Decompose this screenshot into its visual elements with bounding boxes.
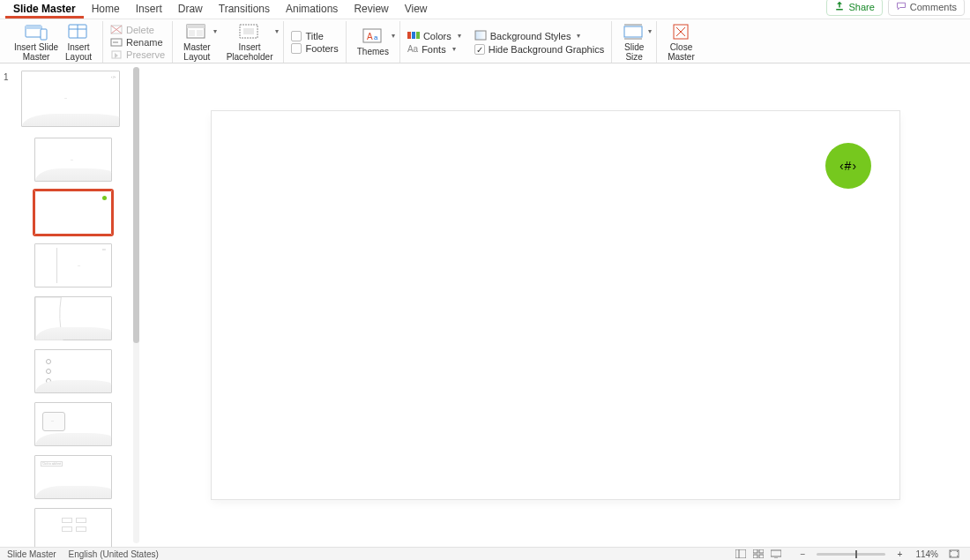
checkbox-checked-icon <box>474 44 485 55</box>
checkbox-icon <box>291 43 302 54</box>
preserve-button[interactable]: Preserve <box>110 49 165 61</box>
hide-background-checkbox[interactable]: Hide Background Graphics <box>474 43 604 56</box>
svg-rect-26 <box>624 26 642 37</box>
thumb-scrollbar[interactable] <box>133 67 139 543</box>
themes-button[interactable]: Aa Themes ▾ <box>354 27 392 56</box>
tab-animations[interactable]: Animations <box>278 0 346 19</box>
chevron-down-icon[interactable]: ▾ <box>389 33 398 41</box>
svg-rect-16 <box>197 30 203 36</box>
svg-rect-15 <box>189 30 195 36</box>
layout-thumb-7[interactable]: Click to add text <box>34 455 112 499</box>
preserve-label: Preserve <box>126 49 165 60</box>
close-master-button[interactable]: Close Master <box>664 23 698 62</box>
zoom-out-button[interactable]: − <box>796 549 809 559</box>
master-index: 1 <box>4 72 9 82</box>
svg-rect-14 <box>187 25 205 28</box>
workspace: 1 ‹#› ··· ··· ▭ ··· ·· <box>0 63 970 547</box>
close-icon <box>669 23 692 41</box>
insert-slide-master-label: Insert Slide Master <box>14 42 58 62</box>
tab-insert[interactable]: Insert <box>128 0 170 19</box>
hide-background-label: Hide Background Graphics <box>489 44 604 55</box>
svg-rect-3 <box>41 29 47 40</box>
status-mode: Slide Master <box>7 549 56 559</box>
layout-thumb-5[interactable] <box>34 349 112 393</box>
delete-button[interactable]: Delete <box>110 24 165 36</box>
svg-text:a: a <box>374 34 378 41</box>
delete-icon <box>110 25 123 35</box>
svg-rect-2 <box>26 26 41 29</box>
chevron-down-icon[interactable]: ▾ <box>272 28 281 36</box>
zoom-in-button[interactable]: + <box>893 549 906 559</box>
tab-review[interactable]: Review <box>346 0 396 19</box>
insert-layout-label: Insert Layout <box>65 42 92 62</box>
chevron-down-icon[interactable]: ▾ <box>450 45 459 53</box>
footers-checkbox[interactable]: Footers <box>291 42 338 55</box>
sorter-view-button[interactable] <box>752 549 765 559</box>
fonts-icon: Aa <box>407 44 418 54</box>
title-checkbox[interactable]: Title <box>291 30 338 42</box>
svg-rect-32 <box>735 549 746 558</box>
svg-rect-0 <box>837 9 844 11</box>
insert-layout-button[interactable]: Insert Layout <box>62 23 95 62</box>
slide-master-thumb[interactable]: ‹#› ··· <box>21 71 120 127</box>
share-button[interactable]: Share <box>826 0 882 16</box>
themes-label: Themes <box>357 47 389 56</box>
layout-thumb-3[interactable]: ▭ ··· <box>34 243 112 287</box>
rename-icon <box>110 37 123 48</box>
svg-rect-25 <box>475 31 486 40</box>
background-styles-icon <box>474 30 487 42</box>
comments-icon <box>896 1 907 13</box>
colors-button[interactable]: Colors ▾ <box>407 29 464 43</box>
background-styles-button[interactable]: Background Styles ▾ <box>474 29 604 43</box>
insert-slide-master-button[interactable]: Insert Slide Master <box>11 23 62 62</box>
svg-text:A: A <box>367 32 373 41</box>
chevron-down-icon[interactable]: ▾ <box>211 28 220 36</box>
rename-label: Rename <box>126 37 163 48</box>
insert-placeholder-button[interactable]: Insert Placeholder ▾ <box>223 23 277 62</box>
colors-icon <box>407 30 420 42</box>
fit-to-window-button[interactable] <box>948 549 960 559</box>
fonts-button[interactable]: Aa Fonts ▾ <box>407 43 464 56</box>
chevron-down-icon[interactable]: ▾ <box>574 32 583 40</box>
layout-thumb-1[interactable]: ··· <box>34 138 112 182</box>
tab-home[interactable]: Home <box>84 0 128 19</box>
svg-rect-36 <box>753 555 757 558</box>
delete-label: Delete <box>126 25 154 35</box>
slide-canvas-area: ‹#› <box>141 63 970 547</box>
chevron-down-icon[interactable]: ▾ <box>455 32 464 40</box>
status-language[interactable]: English (United States) <box>69 549 159 559</box>
tab-transitions[interactable]: Transitions <box>211 0 278 19</box>
slide-size-icon <box>623 23 645 41</box>
preserve-icon <box>110 49 123 60</box>
tab-view[interactable]: View <box>397 0 436 19</box>
svg-rect-35 <box>759 549 764 553</box>
tab-draw[interactable]: Draw <box>170 0 211 19</box>
slide-number-placeholder[interactable]: ‹#› <box>825 143 871 189</box>
top-right-actions: Share Comments <box>826 0 965 19</box>
slideshow-button[interactable] <box>770 549 782 559</box>
scrollbar-handle[interactable] <box>133 67 139 343</box>
zoom-slider-knob[interactable] <box>855 550 857 558</box>
tab-slide-master[interactable]: Slide Master <box>5 0 84 19</box>
share-icon <box>834 1 845 13</box>
svg-rect-18 <box>243 28 254 34</box>
slide-size-label: Slide Size <box>624 42 644 62</box>
layout-thumb-8[interactable] <box>34 508 112 547</box>
slide-canvas[interactable]: ‹#› <box>212 111 899 499</box>
comments-button[interactable]: Comments <box>888 0 965 16</box>
zoom-slider[interactable] <box>817 553 885 556</box>
rename-button[interactable]: Rename <box>110 36 165 49</box>
chevron-down-icon[interactable]: ▾ <box>645 28 654 36</box>
slide-size-button[interactable]: Slide Size ▾ <box>619 23 649 62</box>
svg-rect-22 <box>407 32 411 39</box>
checkbox-icon <box>291 31 302 41</box>
master-layout-button[interactable]: Master Layout ▾ <box>180 23 214 62</box>
master-layout-label: Master Layout <box>183 42 211 62</box>
layout-thumb-6[interactable]: ··· <box>34 402 112 446</box>
footers-label: Footers <box>305 43 338 54</box>
normal-view-button[interactable] <box>735 549 747 559</box>
layout-thumb-2[interactable] <box>34 190 112 235</box>
layout-thumb-4[interactable] <box>34 296 112 340</box>
zoom-level[interactable]: 114% <box>915 549 938 559</box>
insert-layout-icon <box>67 23 90 41</box>
